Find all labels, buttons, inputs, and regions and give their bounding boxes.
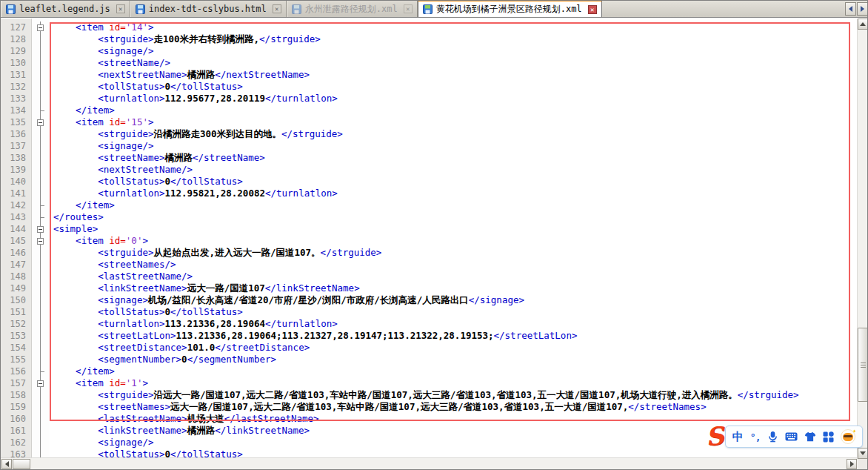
tab-close-icon[interactable]: ✕ (404, 4, 413, 13)
code-line: <tollStatus>0</tollStatus> (53, 306, 858, 318)
line-number: 136 (1, 128, 26, 140)
fold-cell (32, 105, 50, 116)
tab-scroll-left-button[interactable] (845, 2, 856, 16)
fold-cell (32, 306, 50, 318)
line-number: 149 (1, 282, 26, 294)
scroll-left-button[interactable] (1, 459, 12, 469)
fold-collapse-icon[interactable] (37, 24, 44, 31)
line-number: 140 (1, 176, 26, 188)
line-number: 159 (1, 401, 26, 413)
emoji-star-icon: ✦ (852, 427, 856, 434)
fold-cell (32, 33, 50, 45)
line-number: 152 (1, 318, 26, 330)
fold-cell (32, 342, 50, 354)
fold-cell (32, 188, 50, 199)
line-number: 144 (1, 223, 26, 235)
fold-cell (32, 211, 50, 223)
scroll-right-button[interactable] (847, 459, 857, 469)
ime-panel: 中 °, ✦ (725, 426, 863, 448)
vertical-scrollbar-thumb[interactable] (858, 328, 868, 402)
fold-cell (32, 235, 50, 247)
fold-cell (32, 45, 50, 57)
fold-cell (32, 21, 50, 33)
line-number: 138 (1, 152, 26, 164)
tab-3[interactable]: 永州泄露路径规划.xml✕ (287, 1, 418, 17)
horizontal-scrollbar[interactable] (1, 457, 868, 469)
code-line: <turnlatlon>113.21336,28.19064</turnlatl… (53, 318, 858, 330)
line-number: 157 (1, 377, 26, 389)
thumb-grip-icon (861, 363, 866, 368)
tab-1[interactable]: leaflet.legend.js✕ (1, 1, 130, 17)
file-save-icon (136, 4, 145, 14)
fold-cell (32, 318, 50, 330)
fold-cell (32, 259, 50, 271)
editor-area: 1271281291301311321331341351361371381391… (1, 19, 858, 459)
line-number: 145 (1, 235, 26, 247)
tab-label: leaflet.legend.js (19, 4, 110, 14)
horizontal-scrollbar-thumb[interactable] (13, 459, 30, 469)
line-number: 130 (1, 57, 26, 69)
fold-collapse-icon[interactable] (37, 226, 44, 233)
line-number: 158 (1, 389, 26, 401)
fold-cell (32, 152, 50, 164)
code-line: <segmentNumber>0</segmentNumber> (53, 354, 858, 365)
fold-cell (32, 93, 50, 105)
ime-toolbar: S 中 °, ✦ (706, 423, 863, 451)
scroll-up-button[interactable] (858, 19, 868, 30)
punctuation-mode-icon[interactable]: °, (750, 431, 761, 443)
arrow-right-icon (850, 461, 854, 467)
toolbox-grid-icon[interactable] (823, 431, 834, 443)
line-number: 142 (1, 199, 26, 211)
fold-cell (32, 271, 50, 282)
code-text-area[interactable]: <item id='14'> <strguide>走100米并右转到橘洲路,</… (50, 19, 858, 459)
line-number: 137 (1, 140, 26, 152)
code-line: <streetDistance>101.0</streetDistance> (53, 342, 858, 354)
fold-cell (32, 330, 50, 342)
code-line: <item id='0'> (53, 235, 858, 247)
fold-collapse-icon[interactable] (37, 380, 44, 387)
code-line: <strguide>走100米并右转到橘洲路,</strguide> (53, 33, 858, 45)
code-line: <strguide>从起始点出发,进入远大一路/国道107。</strguide… (53, 247, 858, 259)
tab-close-icon[interactable]: ✕ (588, 5, 597, 14)
code-line: <streetLatLon>113.21336,28.19064;113.213… (53, 330, 858, 342)
code-line: </item> (53, 365, 858, 377)
tab-2[interactable]: index-tdt-cslybus.html✕ (130, 1, 287, 17)
tab-label: 黄花机场到橘子洲景区路径规划.xml (436, 3, 582, 16)
file-save-icon (6, 4, 16, 14)
chinese-mode-icon[interactable]: 中 (732, 430, 744, 444)
sogou-logo-icon[interactable]: S (704, 423, 724, 450)
file-save-icon (423, 4, 433, 14)
tab-close-icon[interactable]: ✕ (273, 4, 281, 13)
code-line: <signage>机场/益阳/长永高速/省道20/市府/星沙/浏阳/市政府/长浏… (53, 294, 858, 306)
fold-cell (32, 294, 50, 306)
fold-cell (32, 199, 50, 211)
vertical-scrollbar[interactable] (857, 19, 867, 459)
code-line: </routes> (53, 211, 858, 223)
line-number: 141 (1, 188, 26, 199)
line-number: 129 (1, 45, 26, 57)
line-number: 135 (1, 116, 26, 128)
code-line: <strguide>沿远大一路/国道107,远大二路/省道103,车站中路/国道… (53, 389, 858, 401)
fold-cell (32, 365, 50, 377)
tab-label: 永州泄露路径规划.xml (305, 3, 398, 16)
microphone-icon[interactable] (767, 431, 778, 443)
fold-cell (32, 116, 50, 128)
code-line: <strguide>沿橘洲路走300米到达目的地。</strguide> (53, 128, 858, 140)
tab-bar: leaflet.legend.js✕index-tdt-cslybus.html… (1, 1, 868, 18)
tab-4[interactable]: 黄花机场到橘子洲景区路径规划.xml✕ (418, 0, 602, 17)
line-number: 139 (1, 164, 26, 176)
emoji-face-icon[interactable]: ✦ (841, 429, 855, 444)
code-line: <nextStreetName/> (53, 164, 858, 176)
skin-tshirt-icon[interactable] (804, 431, 816, 442)
fold-collapse-icon[interactable] (37, 238, 44, 245)
fold-collapse-icon[interactable] (37, 119, 44, 126)
code-line: <streetName>橘洲路</streetName> (53, 152, 858, 164)
file-save-icon (292, 4, 301, 14)
keyboard-icon[interactable] (785, 432, 798, 441)
arrow-down-icon (860, 451, 866, 455)
tab-scroll-right-button[interactable] (857, 2, 868, 16)
tab-close-icon[interactable]: ✕ (116, 4, 125, 13)
code-line: <tollStatus>0</tollStatus> (53, 81, 858, 93)
arrow-right-icon (861, 6, 864, 12)
scrollbar-corner (858, 459, 868, 470)
